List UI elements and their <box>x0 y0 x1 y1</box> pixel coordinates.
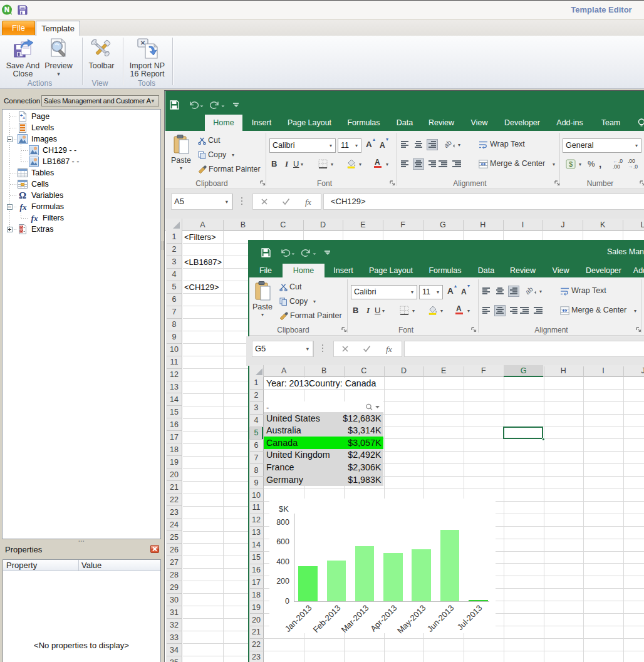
svg-text:N: N <box>4 6 9 13</box>
svg-text:fx: fx <box>20 202 27 212</box>
svg-text:fx: fx <box>31 214 38 223</box>
svg-text:$: $ <box>569 160 573 168</box>
svg-text:ab: ab <box>526 286 534 296</box>
svg-text:+: + <box>20 113 23 118</box>
svg-text:✕: ✕ <box>140 39 145 46</box>
svg-text:+: + <box>23 115 26 121</box>
svg-text:ab: ab <box>445 140 453 149</box>
svg-text:Ω: Ω <box>19 190 26 200</box>
